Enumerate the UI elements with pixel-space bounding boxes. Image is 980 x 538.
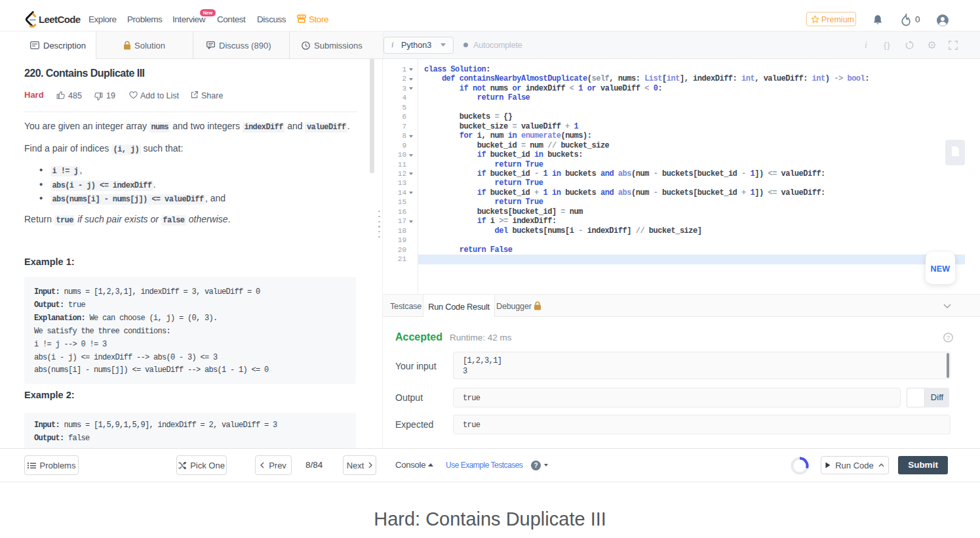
svg-text:?: ? <box>947 335 950 341</box>
svg-text:?: ? <box>534 462 538 469</box>
